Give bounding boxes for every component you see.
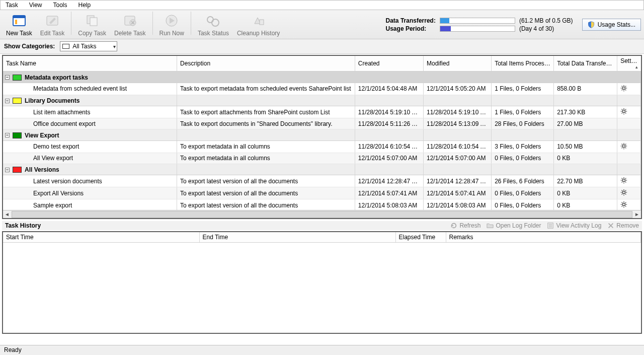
- copy-task-label: Copy Task: [78, 30, 106, 37]
- collapse-icon[interactable]: −: [5, 168, 10, 172]
- group-name: View Export: [25, 132, 59, 139]
- row-settings-button[interactable]: [617, 187, 641, 199]
- cell-data: 0 KB: [554, 187, 617, 199]
- collapse-icon[interactable]: −: [5, 99, 10, 103]
- remove-button[interactable]: Remove: [607, 222, 639, 229]
- task-row[interactable]: Demo test exportTo export metadata in al…: [3, 140, 641, 153]
- data-transferred-bar: [440, 18, 515, 24]
- task-history-title: Task History: [5, 222, 41, 229]
- svg-rect-11: [260, 20, 264, 25]
- svg-point-39: [623, 179, 625, 181]
- usage-stats-button[interactable]: Usage Stats...: [582, 19, 641, 31]
- horizontal-scrollbar[interactable]: ◄ ►: [3, 210, 641, 218]
- scroll-track[interactable]: [12, 211, 632, 218]
- col-task-name[interactable]: Task Name: [3, 56, 177, 72]
- delete-task-button[interactable]: Delete Task: [111, 12, 148, 38]
- shield-icon: [588, 21, 595, 28]
- group-row[interactable]: − All Versions: [3, 164, 641, 175]
- cell-description: To export metadata in all columns: [177, 140, 355, 153]
- run-now-button[interactable]: Run Now: [156, 12, 187, 38]
- col-description[interactable]: Description: [177, 56, 355, 72]
- col-data[interactable]: Total Data Transferred: [554, 56, 617, 72]
- menu-help[interactable]: Help: [77, 1, 92, 9]
- row-settings-button[interactable]: [617, 140, 641, 153]
- cell-task-name: Export All Versions: [3, 187, 177, 199]
- cell-created: 11/28/2014 5:11:26 AM: [355, 118, 423, 129]
- view-activity-log-button[interactable]: View Activity Log: [547, 222, 601, 229]
- task-row[interactable]: Office document exportTask to export doc…: [3, 118, 641, 129]
- task-row[interactable]: List item attachmentsTask to export atta…: [3, 106, 641, 118]
- svg-rect-5: [90, 18, 97, 26]
- svg-line-45: [625, 182, 626, 182]
- task-row[interactable]: Export All VersionsTo export latest vers…: [3, 187, 641, 199]
- task-history-bar: Task History Refresh Open Log Folder Vie…: [2, 221, 642, 230]
- refresh-button[interactable]: Refresh: [450, 222, 480, 229]
- cell-data: 22.70 MB: [554, 175, 617, 187]
- task-status-button[interactable]: Task Status: [195, 12, 232, 38]
- svg-point-48: [623, 191, 625, 193]
- category-swatch-icon: [62, 44, 69, 49]
- cell-task-name: Metadata from scheduled event list: [3, 83, 177, 95]
- hist-col-elapsed[interactable]: Elapsed Time: [395, 232, 446, 243]
- group-row[interactable]: − View Export: [3, 129, 641, 141]
- svg-line-46: [622, 182, 622, 182]
- col-modified[interactable]: Modified: [423, 56, 491, 72]
- task-status-icon: [205, 13, 221, 29]
- cell-data: 217.30 KB: [554, 106, 617, 118]
- cell-items: 1 Files, 0 Folders: [492, 83, 554, 95]
- scroll-right-icon[interactable]: ►: [633, 211, 641, 217]
- usage-stats-label: Usage Stats...: [598, 21, 635, 28]
- collapse-icon[interactable]: −: [5, 75, 10, 80]
- menu-task[interactable]: Task: [5, 1, 19, 9]
- task-row[interactable]: Latest version documentsTo export latest…: [3, 175, 641, 187]
- hist-col-end[interactable]: End Time: [199, 232, 395, 243]
- row-settings-button[interactable]: [617, 153, 641, 164]
- col-items[interactable]: Total Items Processed: [492, 56, 554, 72]
- hist-col-start[interactable]: Start Time: [3, 232, 199, 243]
- task-history-grid: Start Time End Time Elapsed Time Remarks: [2, 231, 642, 334]
- cell-description: Task to export metadata from scheduled e…: [177, 83, 355, 95]
- new-task-button[interactable]: New Task: [3, 12, 35, 38]
- row-settings-button[interactable]: [617, 175, 641, 187]
- chevron-up-icon: ▴: [635, 64, 638, 69]
- svg-line-17: [622, 86, 622, 86]
- menu-view[interactable]: View: [28, 1, 43, 9]
- svg-point-12: [623, 87, 625, 89]
- copy-task-button[interactable]: Copy Task: [75, 12, 109, 38]
- hist-col-remarks[interactable]: Remarks: [446, 232, 641, 243]
- col-created[interactable]: Created: [355, 56, 423, 72]
- row-settings-button[interactable]: [617, 118, 641, 129]
- row-settings-button[interactable]: [617, 199, 641, 210]
- task-row[interactable]: Sample exportTo export latest version of…: [3, 199, 641, 210]
- svg-line-37: [622, 148, 622, 148]
- svg-line-56: [625, 190, 626, 191]
- usage-period-label: Usage Period:: [386, 25, 436, 32]
- cell-task-name: Sample export: [3, 199, 177, 210]
- task-row[interactable]: Metadata from scheduled event listTask t…: [3, 83, 641, 95]
- refresh-icon: [450, 222, 457, 229]
- svg-line-47: [625, 178, 626, 179]
- row-settings-button[interactable]: [617, 106, 641, 118]
- group-row[interactable]: − Metadata export tasks: [3, 72, 641, 83]
- scroll-left-icon[interactable]: ◄: [3, 211, 11, 217]
- data-transferred-value: (61.2 MB of 0.5 GB): [519, 17, 573, 24]
- svg-line-63: [625, 206, 626, 206]
- edit-task-button[interactable]: Edit Task: [37, 12, 67, 38]
- cleanup-history-button[interactable]: Cleanup History: [234, 12, 283, 38]
- open-log-folder-button[interactable]: Open Log Folder: [487, 222, 541, 229]
- svg-line-35: [622, 144, 622, 144]
- cell-items: 28 Files, 0 Folders: [492, 118, 554, 129]
- row-settings-button[interactable]: [617, 83, 641, 95]
- menu-tools[interactable]: Tools: [52, 1, 68, 9]
- cell-created: 12/1/2014 5:04:48 AM: [355, 83, 423, 95]
- task-status-label: Task Status: [198, 30, 229, 37]
- task-row[interactable]: All View exportTo export metadata in all…: [3, 153, 641, 164]
- collapse-icon[interactable]: −: [5, 133, 10, 137]
- col-settings[interactable]: Settings▴: [617, 56, 641, 72]
- task-grid: Task Name Description Created Modified T…: [2, 55, 642, 219]
- cell-description: To export latest version of all the docu…: [177, 187, 355, 199]
- svg-line-36: [625, 148, 626, 148]
- group-row[interactable]: − Library Documents: [3, 95, 641, 106]
- category-select[interactable]: All Tasks ▾: [60, 41, 117, 51]
- grid-header-row: Task Name Description Created Modified T…: [3, 56, 641, 72]
